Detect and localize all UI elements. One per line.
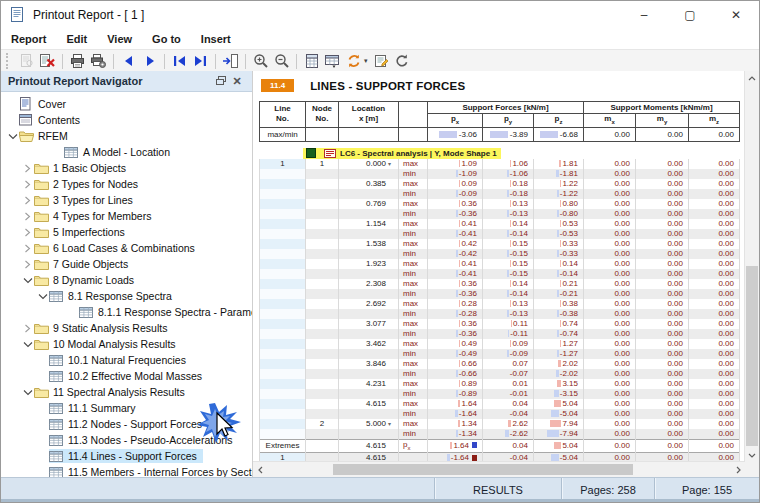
float-panel-icon[interactable] <box>213 76 229 86</box>
page-setup-icon[interactable] <box>301 52 322 70</box>
tree-item-8-dynamic-loads[interactable]: 8 Dynamic Loads <box>1 272 252 288</box>
maximize-button[interactable]: ▢ <box>667 1 713 29</box>
next-page-icon[interactable] <box>139 52 160 70</box>
scroll-down-icon[interactable] <box>745 448 759 462</box>
tree-item-11-spectral-analysis-results[interactable]: 11 Spectral Analysis Results <box>1 384 252 400</box>
export-table-icon[interactable] <box>322 52 343 70</box>
value-cell: 0.14 <box>483 219 534 229</box>
status-current-page: Page: 155 <box>654 478 759 502</box>
chevron-collapsed-icon[interactable] <box>21 228 34 237</box>
print-preview-icon[interactable] <box>16 52 37 70</box>
chevron-collapsed-icon[interactable] <box>21 244 34 253</box>
tree-item-8-1-1-response-spectra-parameters[interactable]: 8.1.1 Response Spectra - Parameters <box>1 304 252 320</box>
tree-item-contents[interactable]: Contents <box>1 112 252 128</box>
chevron-collapsed-icon[interactable] <box>21 324 34 333</box>
close-panel-icon[interactable]: ✕ <box>229 75 245 88</box>
go-to-page-icon[interactable] <box>220 52 241 70</box>
value-cell: 0.00 <box>689 159 740 169</box>
tree-item-8-1-response-spectra[interactable]: 8.1 Response Spectra <box>1 288 252 304</box>
vertical-scroll-thumb[interactable] <box>746 266 758 446</box>
tree-item-2-types-for-nodes[interactable]: 2 Types for Nodes <box>1 176 252 192</box>
tree-item-3-types-for-lines[interactable]: 3 Types for Lines <box>1 192 252 208</box>
refresh-icon[interactable] <box>392 52 413 70</box>
value-cell: -1.27 <box>534 349 584 359</box>
tree-item-rfem[interactable]: RFEM <box>1 128 252 144</box>
tree-item-10-1-natural-frequencies[interactable]: 10.1 Natural Frequencies <box>1 352 252 368</box>
menu-edit[interactable]: Edit <box>56 33 97 45</box>
tree-item-10-modal-analysis-results[interactable]: 10 Modal Analysis Results <box>1 336 252 352</box>
scroll-left-icon[interactable] <box>253 466 267 474</box>
value-cell: 0.00 <box>689 269 740 279</box>
cell-maxmin-key: min <box>399 289 428 299</box>
cell-location-x: 4.615 <box>339 399 399 409</box>
toolbar-grip[interactable] <box>6 53 11 69</box>
scrollbar-corner <box>745 462 759 477</box>
menu-insert[interactable]: Insert <box>191 33 241 45</box>
value-cell: -7.94 <box>534 429 584 440</box>
tree-item-6-load-cases-combinations[interactable]: 6 Load Cases & Combinations <box>1 240 252 256</box>
menu-report[interactable]: Report <box>1 33 56 45</box>
dropdown-arrow-icon[interactable]: ▾ <box>364 57 368 65</box>
tree-item-4-types-for-members[interactable]: 4 Types for Members <box>1 208 252 224</box>
cell-maxmin-key: max <box>399 219 428 229</box>
cell-node-no <box>306 219 339 229</box>
cell-location-x <box>339 369 399 379</box>
prev-page-icon[interactable] <box>118 52 139 70</box>
zoom-in-icon[interactable] <box>250 52 271 70</box>
print-icon[interactable] <box>67 52 88 70</box>
chevron-expanded-icon[interactable] <box>36 292 49 301</box>
value-cell: 1.64 <box>428 439 483 453</box>
horizontal-scrollbar[interactable] <box>253 461 745 477</box>
menu-go-to[interactable]: Go to <box>142 33 191 45</box>
chevron-expanded-icon[interactable] <box>21 340 34 349</box>
chevron-collapsed-icon[interactable] <box>21 180 34 189</box>
value-cell: 0.00 <box>636 439 689 453</box>
print-settings-icon[interactable] <box>88 52 109 70</box>
chevron-collapsed-icon[interactable] <box>21 260 34 269</box>
cell-node-no <box>306 319 339 329</box>
value-cell: -0.09 <box>483 349 534 359</box>
scroll-right-icon[interactable] <box>731 466 745 474</box>
value-cell: 0.00 <box>689 359 740 369</box>
close-button[interactable]: ✕ <box>713 1 759 29</box>
delete-report-icon[interactable] <box>37 52 58 70</box>
first-page-icon[interactable] <box>169 52 190 70</box>
last-page-icon[interactable] <box>190 52 211 70</box>
tree-item-11-5-members-internal-forces-by-section[interactable]: 11.5 Members - Internal Forces by Sectio… <box>1 464 252 477</box>
sync-icon[interactable] <box>343 52 364 70</box>
tree-item-11-3-nodes-pseudo-accelerations[interactable]: 11.3 Nodes - Pseudo-Accelerations <box>1 432 252 448</box>
zoom-out-icon[interactable] <box>271 52 292 70</box>
tree-item-10-2-effective-modal-masses[interactable]: 10.2 Effective Modal Masses <box>1 368 252 384</box>
tree-item-11-4-lines-support-forces[interactable]: 11.4 Lines - Support Forces <box>1 448 252 464</box>
chevron-expanded-icon[interactable] <box>21 276 34 285</box>
value-cell: -0.07 <box>483 369 534 379</box>
maxmin-value: -3.89 <box>483 127 534 141</box>
edit-note-icon[interactable] <box>371 52 392 70</box>
value-cell: -0.28 <box>428 309 483 319</box>
value-cell: 0.07 <box>483 359 534 369</box>
tree-item-5-imperfections[interactable]: 5 Imperfections <box>1 224 252 240</box>
chevron-collapsed-icon[interactable] <box>21 212 34 221</box>
minimize-button[interactable]: – <box>621 1 667 29</box>
tree-item-1-basic-objects[interactable]: 1 Basic Objects <box>1 160 252 176</box>
chevron-expanded-icon[interactable] <box>21 388 34 397</box>
chevron-collapsed-icon[interactable] <box>21 164 34 173</box>
tree-item-cover[interactable]: Cover <box>1 96 252 112</box>
tree-item-11-2-nodes-support-forces[interactable]: 11.2 Nodes - Support Forces <box>1 416 252 432</box>
cell-maxmin-key: max <box>399 199 428 209</box>
tree-item-11-1-summary[interactable]: 11.1 Summary <box>1 400 252 416</box>
horizontal-scroll-thumb[interactable] <box>333 464 633 475</box>
cell-line-no <box>260 339 306 349</box>
scroll-up-icon[interactable] <box>745 71 759 85</box>
value-cell: 0.00 <box>689 289 740 299</box>
table-row: min-1.34-2.62-7.940.000.000.00 <box>260 429 740 440</box>
menu-view[interactable]: View <box>97 33 142 45</box>
chevron-collapsed-icon[interactable] <box>21 196 34 205</box>
tree-item-9-static-analysis-results[interactable]: 9 Static Analysis Results <box>1 320 252 336</box>
vertical-scrollbar[interactable] <box>744 71 759 462</box>
tree-item-7-guide-objects[interactable]: 7 Guide Objects <box>1 256 252 272</box>
chevron-expanded-icon[interactable] <box>6 132 19 141</box>
folder-icon <box>34 194 53 206</box>
tree-item-label: 4 Types for Members <box>53 209 154 223</box>
tree-item-a-model-location[interactable]: A Model - Location <box>1 144 252 160</box>
